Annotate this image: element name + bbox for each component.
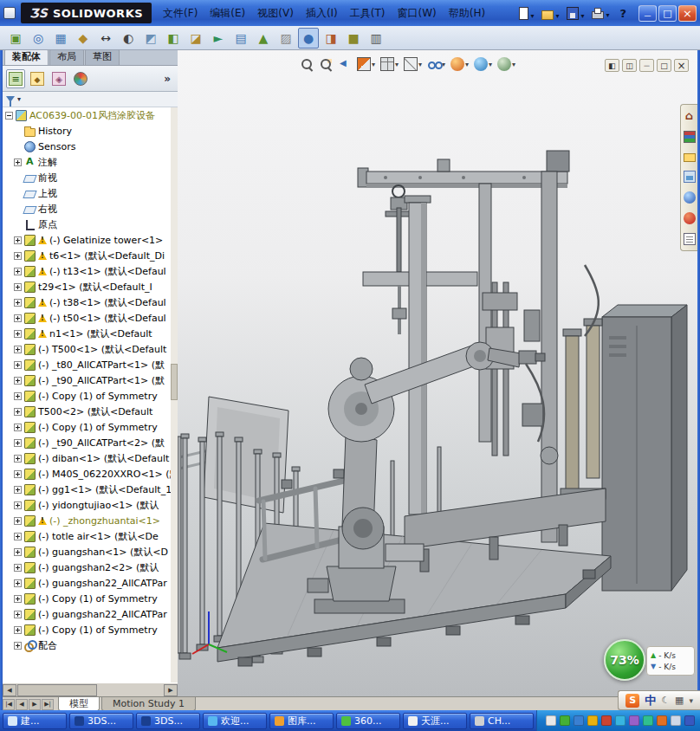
- command-tab[interactable]: 草图: [85, 49, 120, 65]
- taskbar-button[interactable]: 建...: [3, 713, 67, 729]
- view-tool-button[interactable]: [379, 56, 399, 72]
- view-tool-button[interactable]: [403, 56, 423, 72]
- expand-icon[interactable]: [14, 252, 22, 260]
- minimize-icon[interactable]: [639, 59, 654, 72]
- menu-item[interactable]: 文件(F): [157, 3, 204, 23]
- tree-horizontal-scrollbar[interactable]: [3, 682, 178, 696]
- tree-item[interactable]: 上视: [3, 185, 171, 201]
- tree-item[interactable]: (-) gg1<1> (默认<Default_1: [3, 482, 171, 497]
- restore-icon[interactable]: [657, 59, 671, 72]
- scrollbar-thumb[interactable]: [17, 684, 97, 696]
- moon-icon[interactable]: [661, 695, 670, 705]
- model-tab[interactable]: Motion Study 1: [101, 697, 196, 711]
- expand-icon[interactable]: [14, 299, 22, 307]
- tree-item[interactable]: 注解: [3, 154, 171, 170]
- expand-icon[interactable]: [14, 346, 22, 353]
- tray-icon[interactable]: [574, 715, 584, 726]
- bill-of-materials-icon[interactable]: ▤: [230, 28, 251, 49]
- menu-item[interactable]: 工具(T): [344, 3, 392, 23]
- help-button[interactable]: ?: [614, 7, 632, 20]
- progress-badge[interactable]: 73%: [604, 639, 645, 681]
- tray-icon[interactable]: [629, 715, 639, 726]
- tree-item[interactable]: (-) diban<1> (默认<Default: [3, 450, 171, 466]
- expand-icon[interactable]: [14, 564, 22, 572]
- expand-icon[interactable]: [14, 626, 22, 634]
- tree-item[interactable]: (-) Gelatinize tower<1>: [3, 232, 171, 248]
- taskbar-button[interactable]: 3DS...: [69, 713, 133, 729]
- maximize-icon[interactable]: [658, 5, 677, 22]
- manager-tab[interactable]: [49, 69, 68, 88]
- toolbar-collapse-icon[interactable]: [689, 695, 693, 705]
- expand-icon[interactable]: [14, 579, 22, 587]
- collapse-icon[interactable]: [5, 112, 13, 120]
- tree-item[interactable]: (-) t13<1> (默认<Defaul: [3, 263, 171, 279]
- expand-icon[interactable]: [14, 533, 22, 540]
- graphics-area[interactable]: 73% ▲- K/s ▼- K/s: [178, 50, 697, 696]
- taskbar-button[interactable]: 图库...: [269, 713, 334, 729]
- rotate-component-icon[interactable]: ◐: [118, 28, 139, 49]
- model-3d-view[interactable]: [178, 50, 697, 696]
- smart-fasteners-icon[interactable]: ◆: [73, 28, 94, 49]
- expand-icon[interactable]: [14, 470, 22, 478]
- file-explorer-icon[interactable]: [684, 153, 696, 162]
- more-tabs-button[interactable]: »: [160, 73, 174, 85]
- show-hidden-components-icon[interactable]: ◩: [140, 28, 161, 49]
- tree-item[interactable]: T500<2> (默认<Default: [3, 404, 171, 419]
- tab-nav-button[interactable]: |◀: [3, 699, 15, 710]
- tree-item[interactable]: (-) guangshan22_AllCATPar: [3, 606, 171, 622]
- tree-item[interactable]: 配合: [3, 637, 171, 653]
- ime-brand-icon[interactable]: S: [625, 694, 639, 708]
- menu-item[interactable]: 视图(V): [251, 3, 300, 23]
- tray-icon[interactable]: [546, 715, 556, 726]
- tree-item[interactable]: (-) t38<1> (默认<Defaul: [3, 294, 171, 310]
- tray-icon[interactable]: [601, 715, 612, 726]
- large-design-review-icon[interactable]: ●: [298, 28, 319, 49]
- tree-item[interactable]: (-) totle air<1> (默认<De: [3, 528, 171, 544]
- command-tab[interactable]: 布局: [49, 49, 84, 65]
- tab-nav-button[interactable]: ▶|: [42, 699, 54, 710]
- manager-tab[interactable]: [28, 69, 47, 88]
- expand-icon[interactable]: [14, 236, 22, 244]
- model-tab[interactable]: 模型: [58, 697, 100, 711]
- tree-item[interactable]: (-) Copy (1) of Symmetry: [3, 622, 171, 637]
- tab-nav-button[interactable]: ▶: [29, 699, 41, 710]
- view-tool-button[interactable]: [426, 56, 446, 72]
- tray-icon[interactable]: [643, 715, 653, 726]
- move-component-icon[interactable]: ↔: [95, 28, 116, 49]
- tree-item[interactable]: (-) guangshan22_AllCATPar: [3, 575, 171, 591]
- tray-icon[interactable]: [560, 715, 570, 726]
- interference-detection-icon[interactable]: ◨: [321, 28, 341, 49]
- expand-icon[interactable]: [14, 158, 22, 166]
- close-icon[interactable]: [674, 59, 689, 72]
- tree-root-item[interactable]: AC0639-00-01风挡涂胶设备: [3, 107, 171, 123]
- expand-icon[interactable]: [14, 330, 22, 338]
- tray-icon[interactable]: [684, 715, 695, 726]
- tree-item[interactable]: (-) guangshan2<2> (默认: [3, 560, 171, 575]
- network-speed-widget[interactable]: ▲- K/s ▼- K/s: [646, 646, 695, 676]
- control-cabinet[interactable]: [602, 305, 687, 591]
- tray-icon[interactable]: [587, 715, 598, 726]
- tray-icon[interactable]: [615, 715, 625, 726]
- view-tool-button[interactable]: [318, 56, 334, 72]
- tree-item[interactable]: (-) Copy (1) of Symmetry: [3, 388, 171, 404]
- view-palette-icon[interactable]: [684, 171, 696, 183]
- manager-tab[interactable]: [71, 69, 90, 88]
- taskbar-button[interactable]: 360...: [336, 713, 400, 729]
- view-tool-button[interactable]: [473, 56, 493, 72]
- insert-components-icon[interactable]: ▣: [5, 28, 26, 49]
- tree-item[interactable]: 前视: [3, 170, 171, 185]
- taskbar-button[interactable]: 欢迎...: [203, 713, 267, 729]
- expand-icon[interactable]: [14, 314, 22, 322]
- new-motion-study-icon[interactable]: ►: [208, 28, 229, 49]
- explode-line-sketch-icon[interactable]: ▨: [275, 28, 296, 49]
- manager-tab[interactable]: [6, 69, 25, 88]
- tree-item[interactable]: 右视: [3, 201, 171, 217]
- expand-icon[interactable]: [14, 283, 22, 291]
- reference-sketch-icon[interactable]: ▥: [366, 28, 386, 49]
- reference-geometry-icon[interactable]: ◪: [185, 28, 206, 49]
- menu-item[interactable]: 插入(I): [300, 3, 344, 23]
- tray-icon[interactable]: [671, 715, 681, 726]
- tree-item[interactable]: (-) _t90_AllCATPart<2> (默: [3, 435, 171, 450]
- tree-item[interactable]: (-) _t90_AllCATPart<1> (默: [3, 372, 171, 388]
- scroll-right-icon[interactable]: [164, 684, 178, 696]
